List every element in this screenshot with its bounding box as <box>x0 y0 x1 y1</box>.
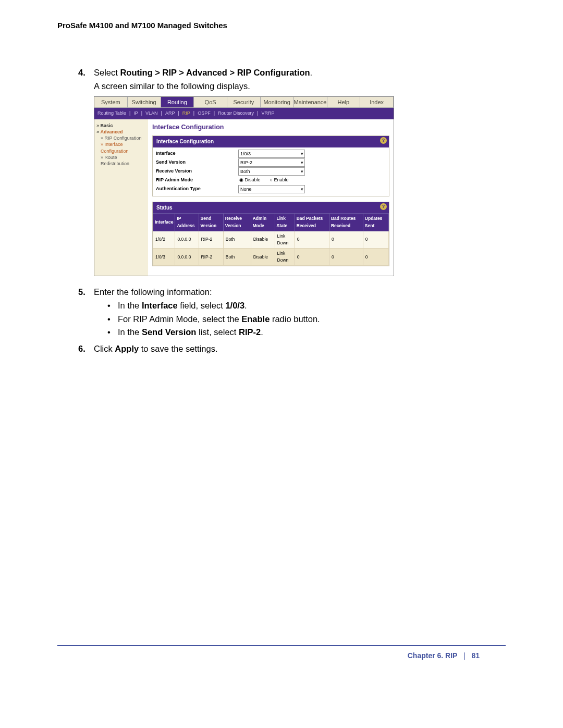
auth-type-label: Authentication Type <box>156 186 238 193</box>
interface-select[interactable]: 1/0/3 <box>238 150 305 158</box>
config-panel: Interface Configuration ? Interface 1/0/… <box>152 135 389 196</box>
col-admin-mode: Admin Mode <box>251 214 275 231</box>
page-footer: Chapter 6. RIP | 81 <box>408 651 480 660</box>
subnav-vrrp[interactable]: VRRP <box>261 110 274 117</box>
step-5: 5. Enter the following information: In t… <box>83 286 506 339</box>
col-send-ver: Send Version <box>199 214 223 231</box>
sidebar: » Basic » Advanced » RIP Configuration »… <box>94 119 148 276</box>
ui-main: Interface Configuration Interface Config… <box>148 119 394 276</box>
footer-divider <box>57 645 506 646</box>
bullet-3: In the Send Version list, select RIP-2. <box>111 326 506 339</box>
config-panel-title: Interface Configuration <box>156 139 214 144</box>
col-ip: IP Address <box>175 214 199 231</box>
sidebar-rip-config[interactable]: RIP Configuration <box>105 135 142 141</box>
step-4: 4. Select Routing > RIP > Advanced > RIP… <box>83 66 506 276</box>
step5-bullets: In the Interface field, select 1/0/3. Fo… <box>94 299 506 339</box>
tab-index[interactable]: Index <box>360 96 394 108</box>
top-tabs: System Switching Routing QoS Security Mo… <box>94 96 394 108</box>
help-icon[interactable]: ? <box>380 137 387 144</box>
subnav-router-discovery[interactable]: Router Discovery <box>218 110 254 117</box>
subnav-vlan[interactable]: VLAN <box>145 110 158 117</box>
step-number: 6. <box>78 342 85 356</box>
subnav-ospf[interactable]: OSPF <box>198 110 211 117</box>
tab-help[interactable]: Help <box>327 96 361 108</box>
tab-routing[interactable]: Routing <box>161 96 194 108</box>
status-panel: Status ? Interface IP Address Send Versi… <box>152 202 389 267</box>
status-table: Interface IP Address Send Version Receiv… <box>153 213 389 266</box>
config-panel-header: Interface Configuration ? <box>153 136 389 147</box>
subnav-routing-table[interactable]: Routing Table <box>97 110 126 117</box>
page-title: Interface Configuration <box>152 122 389 132</box>
send-version-label: Send Version <box>156 159 238 166</box>
col-updates-sent: Updates Sent <box>363 214 388 231</box>
subnav-arp[interactable]: ARP <box>165 110 175 117</box>
sidebar-interface-config[interactable]: Interface Configuration <box>101 142 129 153</box>
sub-nav: Routing Table| IP| VLAN| ARP| RIP| OSPF|… <box>94 108 394 119</box>
col-bad-routes: Bad Routes Received <box>329 214 363 231</box>
table-row: 1/0/2 0.0.0.0 RIP-2 Both Disable Link Do… <box>153 231 389 248</box>
admin-mode-disable-radio[interactable]: ◉ Disable <box>239 177 261 184</box>
sidebar-route-redist[interactable]: Route Redistribution <box>101 155 129 166</box>
step5-text: Enter the following information: <box>94 287 212 297</box>
tab-system[interactable]: System <box>94 96 128 108</box>
col-bad-packets: Bad Packets Received <box>295 214 329 231</box>
tab-switching[interactable]: Switching <box>128 96 161 108</box>
tab-qos[interactable]: QoS <box>194 96 227 108</box>
doc-header: ProSafe M4100 and M7100 Managed Switches <box>57 21 506 30</box>
instruction-list: 4. Select Routing > RIP > Advanced > RIP… <box>57 66 506 355</box>
step-number: 5. <box>78 286 85 299</box>
admin-mode-label: RIP Admin Mode <box>156 177 238 184</box>
subnav-rip[interactable]: RIP <box>182 110 190 117</box>
subnav-ip[interactable]: IP <box>133 110 138 117</box>
auth-type-select[interactable]: None <box>238 185 305 193</box>
admin-mode-enable-radio[interactable]: ○ Enable <box>270 177 289 184</box>
step4-after: A screen similar to the following displa… <box>94 80 506 93</box>
step4-text-lead: Select <box>94 68 120 77</box>
config-panel-body: Interface 1/0/3 Send Version RIP-2 Recei… <box>153 147 389 196</box>
receive-version-label: Receive Version <box>156 168 238 175</box>
table-header-row: Interface IP Address Send Version Receiv… <box>153 214 389 231</box>
col-interface: Interface <box>153 214 175 231</box>
sidebar-advanced[interactable]: Advanced <box>101 129 123 134</box>
step4-tail: . <box>310 68 313 77</box>
tab-maintenance[interactable]: Maintenance <box>294 96 327 108</box>
ui-body: » Basic » Advanced » RIP Configuration »… <box>94 119 394 276</box>
bullet-2: For RIP Admin Mode, select the Enable ra… <box>111 313 506 326</box>
bullet-1: In the Interface field, select 1/0/3. <box>111 299 506 313</box>
receive-version-select[interactable]: Both <box>238 167 305 176</box>
tab-monitoring[interactable]: Monitoring <box>261 96 294 108</box>
col-link-state: Link State <box>275 214 295 231</box>
switch-ui-screenshot: System Switching Routing QoS Security Mo… <box>94 96 394 276</box>
send-version-select[interactable]: RIP-2 <box>238 158 305 167</box>
status-panel-title: Status <box>156 205 173 211</box>
tab-security[interactable]: Security <box>227 96 261 108</box>
table-row: 1/0/3 0.0.0.0 RIP-2 Both Disable Link Do… <box>153 249 389 266</box>
step-number: 4. <box>78 66 85 80</box>
step-6: 6. Click Apply to save the settings. <box>83 342 506 356</box>
step4-path: Routing > RIP > Advanced > RIP Configura… <box>120 68 310 77</box>
interface-label: Interface <box>156 150 238 157</box>
status-panel-header: Status ? <box>153 202 389 214</box>
help-icon[interactable]: ? <box>380 203 387 210</box>
col-recv-ver: Receive Version <box>223 214 251 231</box>
screenshot-container: System Switching Routing QoS Security Mo… <box>94 96 506 276</box>
document-page: ProSafe M4100 and M7100 Managed Switches… <box>0 0 563 677</box>
sidebar-basic[interactable]: Basic <box>101 123 113 128</box>
